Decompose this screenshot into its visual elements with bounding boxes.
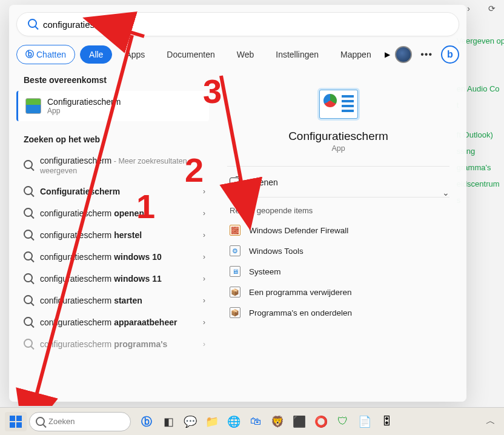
- search-icon: [24, 295, 33, 306]
- control-panel-icon-large: [319, 90, 358, 119]
- taskbar-store-icon[interactable]: 🛍: [246, 412, 265, 431]
- tab-apps[interactable]: Apps: [117, 46, 153, 63]
- start-search-panel: ⓑ Chatten Alle Apps Documenten Web Inste…: [9, 5, 466, 402]
- search-icon: [24, 251, 33, 262]
- bing-launch-icon[interactable]: b: [441, 45, 459, 64]
- tab-more-icon[interactable]: ▶: [385, 50, 390, 59]
- recent-item[interactable]: 📦 Een programma verwijderen: [227, 282, 449, 302]
- chevron-right-icon: ›: [203, 253, 205, 261]
- tab-chat[interactable]: ⓑ Chatten: [16, 45, 75, 64]
- web-result[interactable]: configuratiescherm herstel ›: [16, 224, 211, 246]
- search-icon: [24, 208, 33, 219]
- chevron-right-icon: ›: [203, 296, 205, 305]
- web-result[interactable]: configuratiescherm windows 10 ›: [16, 246, 211, 268]
- recent-heading: Recent geopende items: [227, 198, 449, 220]
- tab-documents[interactable]: Documenten: [158, 46, 223, 63]
- programs-icon: 📦: [230, 307, 240, 318]
- uninstall-icon: 📦: [230, 287, 240, 297]
- chevron-right-icon: ›: [203, 274, 205, 283]
- firewall-icon: 🧱: [230, 225, 240, 236]
- web-result[interactable]: configuratiescherm apparaatbeheer ›: [16, 311, 211, 333]
- chevron-right-icon: ›: [203, 209, 205, 217]
- search-icon: [24, 160, 33, 171]
- web-result[interactable]: configuratiescherm starten ›: [16, 290, 211, 311]
- start-button[interactable]: [5, 412, 27, 431]
- open-icon: [230, 178, 239, 187]
- tab-settings[interactable]: Instellingen: [267, 46, 327, 63]
- browser-next-icon: ›: [467, 4, 470, 13]
- recent-item[interactable]: 🧱 Windows Defender Firewall: [227, 220, 449, 241]
- taskbar-app-icon[interactable]: ⭕: [311, 412, 331, 431]
- best-match-heading: Beste overeenkomst: [16, 71, 211, 91]
- windows-logo-icon: [10, 416, 22, 428]
- recent-item[interactable]: 🖥 Systeem: [227, 261, 449, 282]
- bing-chat-icon: ⓑ: [25, 49, 34, 60]
- chevron-right-icon: ›: [203, 340, 205, 348]
- more-options-icon[interactable]: •••: [420, 49, 433, 60]
- best-match-title: Configuratiescherm: [47, 97, 121, 107]
- open-action[interactable]: Openen: [227, 171, 449, 193]
- recent-item[interactable]: ⚙ Windows Tools: [227, 241, 449, 261]
- best-match-subtitle: App: [47, 107, 121, 115]
- search-input[interactable]: [43, 19, 448, 30]
- web-result[interactable]: configuratiescherm programma's ›: [16, 333, 211, 355]
- tab-folders[interactable]: Mappen: [332, 46, 380, 63]
- preview-title: Configuratiescherm: [288, 130, 388, 143]
- search-bar[interactable]: [16, 12, 459, 36]
- chevron-right-icon: ›: [203, 318, 205, 327]
- taskbar: Zoeken ⓑ ◧ 💬 📁 🌐 🛍 🦁 ⬛ ⭕ 🛡 📄 🎛 ︿: [0, 407, 504, 435]
- best-match-result[interactable]: Configuratiescherm App: [16, 91, 209, 121]
- search-icon: [24, 339, 33, 350]
- taskbar-taskview-icon[interactable]: ◧: [159, 412, 178, 431]
- search-icon: [24, 273, 33, 284]
- browser-reload-icon: ⟳: [488, 4, 496, 13]
- control-panel-icon: [25, 98, 41, 114]
- search-icon: [24, 317, 33, 328]
- preview-subtitle: App: [331, 144, 345, 153]
- taskbar-bing-icon[interactable]: ⓑ: [137, 412, 156, 431]
- search-icon: [24, 186, 33, 197]
- taskbar-brave-icon[interactable]: 🦁: [268, 412, 287, 431]
- taskbar-app-icon[interactable]: 🛡: [333, 412, 353, 431]
- web-result[interactable]: configuratiescherm windows 11 ›: [16, 268, 211, 290]
- tools-icon: ⚙: [230, 245, 240, 256]
- recent-item[interactable]: 📦 Programma's en onderdelen: [227, 302, 449, 323]
- tab-web[interactable]: Web: [228, 46, 263, 63]
- chevron-right-icon: ›: [203, 231, 205, 239]
- search-icon: [36, 417, 45, 426]
- tab-all[interactable]: Alle: [80, 45, 112, 64]
- taskbar-explorer-icon[interactable]: 📁: [202, 412, 222, 431]
- user-avatar[interactable]: [395, 46, 412, 63]
- search-icon: [28, 19, 37, 30]
- web-result[interactable]: Configuratiescherm ›: [16, 181, 211, 202]
- search-icon: [24, 230, 33, 241]
- tray-chevron-up-icon[interactable]: ︿: [482, 413, 499, 430]
- web-result-more[interactable]: configuratiescherm - Meer zoekresultaten…: [16, 150, 211, 181]
- web-result[interactable]: configuratiescherm openen ›: [16, 202, 211, 224]
- taskbar-notepad-icon[interactable]: 📄: [355, 412, 374, 431]
- taskbar-edge-icon[interactable]: 🌐: [224, 412, 244, 431]
- system-icon: 🖥: [230, 266, 240, 277]
- taskbar-app-icon[interactable]: ⬛: [290, 412, 309, 431]
- divider: [227, 166, 449, 167]
- search-web-heading: Zoeken op het web: [16, 131, 211, 150]
- chevron-right-icon: ›: [203, 187, 205, 196]
- taskbar-chat-icon[interactable]: 💬: [181, 412, 200, 431]
- taskbar-control-panel-icon[interactable]: 🎛: [377, 412, 396, 431]
- taskbar-search[interactable]: Zoeken: [29, 412, 131, 431]
- taskbar-search-placeholder: Zoeken: [48, 417, 75, 426]
